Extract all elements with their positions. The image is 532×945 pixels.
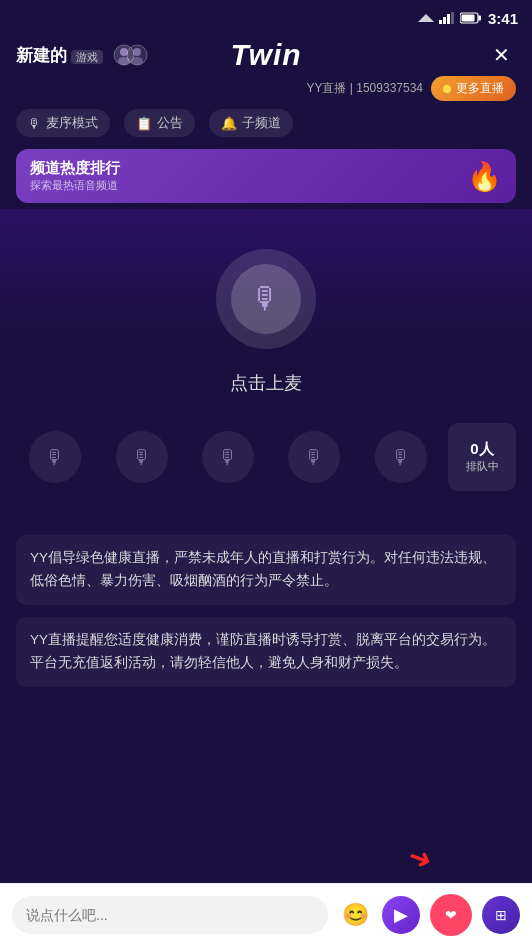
more-live-label: 更多直播 <box>456 80 504 97</box>
channel-fire-icon: 🔥 <box>467 160 502 193</box>
tab-notice[interactable]: 📋 公告 <box>124 109 195 137</box>
more-button[interactable]: ⊞ <box>482 896 520 934</box>
channel-banner[interactable]: 频道热度排行 探索最热语音频道 🔥 <box>16 149 516 203</box>
mic-mode-icon: 🎙 <box>28 116 41 131</box>
channel-banner-title: 频道热度排行 <box>30 159 120 178</box>
mic-circle-container: 🎙 <box>0 219 532 359</box>
emoji-icon: 😊 <box>342 902 369 928</box>
seat-1-circle[interactable]: 🎙 <box>29 431 81 483</box>
chat-area: YY倡导绿色健康直播，严禁未成年人的直播和打赏行为。对任何违法违规、低俗色情、暴… <box>0 521 532 721</box>
tab-mic-mode-label: 麦序模式 <box>46 114 98 132</box>
seat-1[interactable]: 🎙 <box>16 431 94 483</box>
svg-point-12 <box>133 48 141 56</box>
seat-5-circle[interactable]: 🎙 <box>375 431 427 483</box>
room-title-block: 新建的 游戏 <box>16 44 103 67</box>
notice-icon: 📋 <box>136 116 152 131</box>
click-to-mic-label[interactable]: 点击上麦 <box>0 359 532 413</box>
header-left: 新建的 游戏 <box>16 41 149 69</box>
seat-4-mic-icon: 🎙 <box>304 446 324 469</box>
seat-row: 🎙 🎙 🎙 🎙 🎙 0人 排队中 <box>0 413 532 501</box>
svg-rect-1 <box>439 20 442 24</box>
seat-2-mic-icon: 🎙 <box>132 446 152 469</box>
channel-icon: 🔔 <box>221 116 237 131</box>
svg-rect-7 <box>461 15 474 22</box>
tab-channel-label: 子频道 <box>242 114 281 132</box>
status-icons <box>418 12 482 24</box>
twin-label: Twin <box>230 38 301 71</box>
queue-label: 排队中 <box>466 459 499 474</box>
send-icon: ▶ <box>394 904 408 926</box>
seat-5[interactable]: 🎙 <box>362 431 440 483</box>
svg-rect-3 <box>447 14 450 24</box>
notice-2: YY直播提醒您适度健康消费，谨防直播时诱导打赏、脱离平台的交易行为。平台无充值返… <box>16 617 516 687</box>
red-arrow-indicator: ➜ <box>404 839 437 878</box>
seat-3-mic-icon: 🎙 <box>218 446 238 469</box>
svg-marker-0 <box>418 14 434 22</box>
svg-rect-6 <box>478 16 481 21</box>
tab-notice-label: 公告 <box>157 114 183 132</box>
status-time: 3:41 <box>488 10 518 27</box>
tab-bar: 🎙 麦序模式 📋 公告 🔔 子频道 <box>0 103 532 143</box>
notice-1-text: YY倡导绿色健康直播，严禁未成年人的直播和打赏行为。对任何违法违规、低俗色情、暴… <box>30 550 496 588</box>
seat-3[interactable]: 🎙 <box>189 431 267 483</box>
mic-icon-big: 🎙 <box>251 282 281 316</box>
mic-circle[interactable]: 🎙 <box>216 249 316 349</box>
seat-2[interactable]: 🎙 <box>102 431 180 483</box>
room-name: 新建的 <box>16 46 67 65</box>
main-area: 🎙 点击上麦 🎙 🎙 🎙 🎙 🎙 <box>0 209 532 521</box>
send-button[interactable]: ▶ <box>382 896 420 934</box>
bottom-bar: 😊 ▶ ❤ ⊞ <box>0 883 532 945</box>
seat-5-mic-icon: 🎙 <box>391 446 411 469</box>
seat-4[interactable]: 🎙 <box>275 431 353 483</box>
more-live-button[interactable]: 更多直播 <box>431 76 516 101</box>
seat-2-circle[interactable]: 🎙 <box>116 431 168 483</box>
seat-1-mic-icon: 🎙 <box>45 446 65 469</box>
room-tag: 游戏 <box>71 50 103 64</box>
avatar-group-icon <box>111 41 149 69</box>
live-dot <box>443 85 451 93</box>
header: 新建的 游戏 Twin ✕ <box>0 36 532 74</box>
gift-button[interactable]: ❤ <box>430 894 472 936</box>
channel-banner-text: 频道热度排行 探索最热语音频道 <box>30 159 120 193</box>
queue-count: 0人 <box>470 440 493 459</box>
svg-point-13 <box>131 57 143 65</box>
chat-input[interactable] <box>12 896 328 934</box>
grid-icon: ⊞ <box>495 907 507 923</box>
battery-icon <box>460 12 482 24</box>
svg-rect-2 <box>443 17 446 24</box>
yy-bar-text: YY直播 | 1509337534 <box>306 80 423 97</box>
status-bar: 3:41 <box>0 0 532 36</box>
gift-icon: ❤ <box>445 907 457 923</box>
tab-channel[interactable]: 🔔 子频道 <box>209 109 293 137</box>
mic-circle-inner: 🎙 <box>231 264 301 334</box>
notice-2-text: YY直播提醒您适度健康消费，谨防直播时诱导打赏、脱离平台的交易行为。平台无充值返… <box>30 632 496 670</box>
wifi-icon <box>418 12 434 24</box>
svg-rect-4 <box>451 12 454 24</box>
channel-banner-subtitle: 探索最热语音频道 <box>30 178 120 193</box>
seat-4-circle[interactable]: 🎙 <box>288 431 340 483</box>
yy-bar: YY直播 | 1509337534 更多直播 <box>0 74 532 103</box>
notice-1: YY倡导绿色健康直播，严禁未成年人的直播和打赏行为。对任何违法违规、低俗色情、暴… <box>16 535 516 605</box>
emoji-button[interactable]: 😊 <box>338 898 372 932</box>
queue-box[interactable]: 0人 排队中 <box>448 423 516 491</box>
close-button[interactable]: ✕ <box>486 40 516 70</box>
signal-icon <box>439 12 455 24</box>
tab-mic-mode[interactable]: 🎙 麦序模式 <box>16 109 110 137</box>
seat-3-circle[interactable]: 🎙 <box>202 431 254 483</box>
